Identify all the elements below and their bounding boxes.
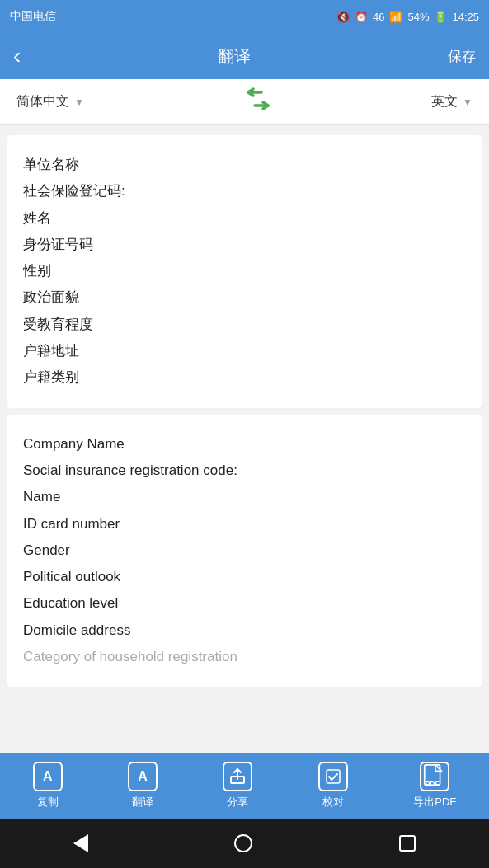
export-pdf-icon: PDF (420, 762, 449, 791)
chinese-line-5: 性别 (23, 258, 466, 284)
recent-apps-button[interactable] (399, 835, 416, 852)
signal-bars-icon: 📶 (389, 11, 402, 23)
proofread-icon (318, 762, 348, 791)
export-pdf-button[interactable]: PDF 导出PDF (413, 762, 456, 809)
share-button[interactable]: 分享 (223, 762, 252, 809)
status-icons: 🔇 ⏰ 46 📶 54% 🔋 14:25 (336, 11, 479, 23)
english-line-6: Political outlook (23, 564, 466, 590)
proofread-button[interactable]: 校对 (318, 762, 348, 809)
battery-label: 54% (407, 11, 429, 23)
mute-icon: 🔇 (336, 11, 350, 23)
chinese-line-6: 政治面貌 (23, 284, 466, 311)
chinese-line-9: 户籍类别 (23, 364, 466, 391)
share-icon (223, 762, 252, 791)
english-text-panel: Company Name Social insurance registrati… (7, 415, 482, 687)
translate-label: 翻译 (132, 795, 153, 809)
copy-button[interactable]: A 复制 (33, 762, 63, 809)
target-language-label: 英文 (431, 93, 458, 110)
english-line-3: Name (23, 484, 466, 510)
share-label: 分享 (227, 795, 248, 809)
nav-title: 翻译 (218, 45, 251, 68)
language-selector-bar: 简体中文 ▼ 英文 ▼ (0, 79, 489, 125)
english-line-5: Gender (23, 537, 466, 564)
home-system-button[interactable] (234, 834, 252, 852)
translate-button[interactable]: A 翻译 (128, 762, 158, 809)
save-button[interactable]: 保存 (448, 47, 476, 66)
export-pdf-label: 导出PDF (413, 795, 456, 809)
english-line-7: Education level (23, 590, 466, 617)
chinese-line-7: 受教育程度 (23, 312, 466, 338)
carrier-label: 中国电信 (10, 9, 56, 24)
alarm-icon: ⏰ (355, 11, 368, 23)
svg-text:PDF: PDF (426, 780, 440, 788)
translate-icon: A (128, 762, 158, 791)
english-line-8: Domicile address (23, 617, 466, 644)
source-lang-dropdown-icon: ▼ (74, 96, 84, 108)
copy-label: 复制 (37, 795, 59, 809)
back-button[interactable]: ‹ (13, 45, 21, 68)
chinese-text-panel: 单位名称 社会保险登记码: 姓名 身份证号码 性别 政治面貌 受教育程度 户籍地… (7, 135, 482, 408)
english-line-4: ID card number (23, 511, 466, 537)
battery-icon: 🔋 (434, 11, 447, 23)
time-label: 14:25 (452, 11, 479, 23)
proofread-label: 校对 (322, 795, 344, 809)
english-line-9: Category of household registration (23, 644, 466, 670)
status-bar: 中国电信 🔇 ⏰ 46 📶 54% 🔋 14:25 (0, 0, 489, 33)
back-system-button[interactable] (73, 834, 88, 852)
chinese-line-8: 户籍地址 (23, 338, 466, 364)
english-line-2: Social insurance registration code: (23, 457, 466, 484)
chinese-line-1: 单位名称 (23, 152, 466, 178)
target-language-selector[interactable]: 英文 ▼ (431, 93, 473, 110)
nav-bar: ‹ 翻译 保存 (0, 33, 489, 79)
english-line-1: Company Name (23, 431, 466, 457)
source-language-selector[interactable]: 简体中文 ▼ (16, 93, 84, 110)
target-lang-dropdown-icon: ▼ (463, 96, 473, 108)
chinese-line-4: 身份证号码 (23, 232, 466, 258)
bottom-toolbar: A 复制 A 翻译 分享 校对 (0, 753, 489, 819)
system-nav-bar (0, 819, 489, 868)
copy-icon: A (33, 762, 63, 791)
swap-languages-button[interactable] (238, 87, 278, 117)
source-language-label: 简体中文 (16, 93, 69, 110)
chinese-line-3: 姓名 (23, 205, 466, 232)
chinese-line-2: 社会保险登记码: (23, 178, 466, 204)
content-area: 单位名称 社会保险登记码: 姓名 身份证号码 性别 政治面貌 受教育程度 户籍地… (0, 125, 489, 753)
signal-label: 46 (373, 11, 384, 23)
